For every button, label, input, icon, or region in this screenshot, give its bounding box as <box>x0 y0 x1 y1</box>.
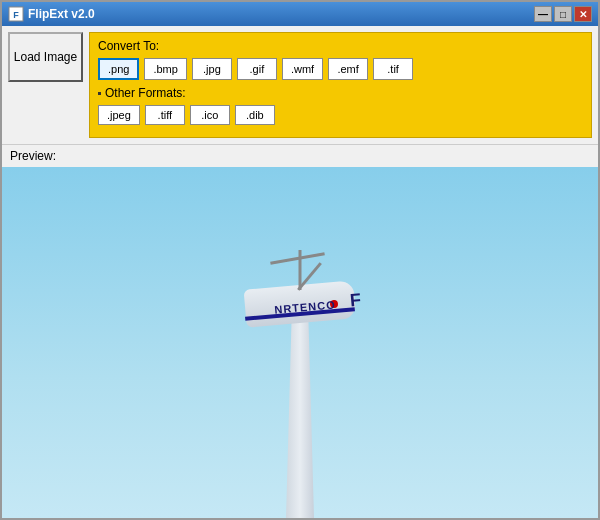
format-btn-bmp[interactable]: .bmp <box>144 58 186 80</box>
format-btn-png[interactable]: .png <box>98 58 139 80</box>
format-btn-tiff[interactable]: .tiff <box>145 105 185 125</box>
preview-canvas: NRTENCO F <box>2 167 598 518</box>
format-btn-jpeg[interactable]: .jpeg <box>98 105 140 125</box>
load-image-button[interactable]: Load Image <box>8 32 83 82</box>
format-btn-tif[interactable]: .tif <box>373 58 413 80</box>
format-btn-dib[interactable]: .dib <box>235 105 275 125</box>
app-icon: F <box>8 6 24 22</box>
window-title: FlipExt v2.0 <box>28 7 95 21</box>
turbine-blade-horizontal <box>270 252 325 265</box>
format-btn-gif[interactable]: .gif <box>237 58 277 80</box>
minimize-button[interactable]: — <box>534 6 552 22</box>
preview-section: Preview: NRTENCO F <box>2 144 598 518</box>
top-content-area: Load Image Convert To: .png .bmp .jpg .g… <box>2 26 598 144</box>
preview-image-container: NRTENCO F <box>2 167 598 518</box>
convert-panel: Convert To: .png .bmp .jpg .gif .wmf .em… <box>89 32 592 138</box>
title-bar: F FlipExt v2.0 — □ ✕ <box>2 2 598 26</box>
turbine-tower <box>286 318 314 518</box>
svg-text:F: F <box>13 10 19 20</box>
letter-f: F <box>349 290 362 312</box>
format-btn-jpg[interactable]: .jpg <box>192 58 232 80</box>
format-btn-emf[interactable]: .emf <box>328 58 368 80</box>
close-button[interactable]: ✕ <box>574 6 592 22</box>
title-bar-controls: — □ ✕ <box>534 6 592 22</box>
preview-label: Preview: <box>2 145 598 167</box>
format-btn-wmf[interactable]: .wmf <box>282 58 323 80</box>
maximize-button[interactable]: □ <box>554 6 572 22</box>
other-formats-label: Other Formats: <box>98 86 583 100</box>
main-window: F FlipExt v2.0 — □ ✕ Load Image Convert … <box>0 0 600 520</box>
convert-to-label: Convert To: <box>98 39 583 53</box>
other-format-row: .jpeg .tiff .ico .dib <box>98 105 583 125</box>
title-bar-left: F FlipExt v2.0 <box>8 6 95 22</box>
format-btn-ico[interactable]: .ico <box>190 105 230 125</box>
primary-format-row: .png .bmp .jpg .gif .wmf .emf .tif <box>98 58 583 80</box>
